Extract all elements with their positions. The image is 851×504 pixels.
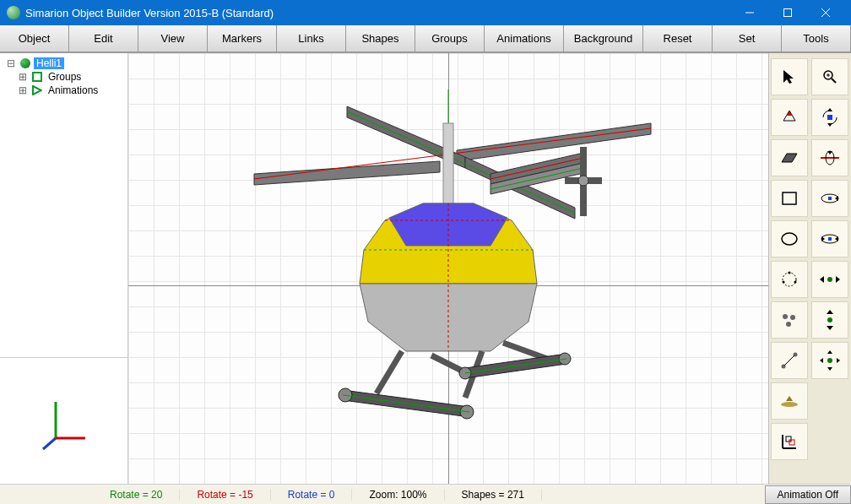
app-icon	[7, 6, 20, 19]
move-vert-icon	[824, 309, 836, 331]
align-icon	[779, 431, 800, 452]
rectangle-icon	[781, 191, 798, 206]
svg-marker-82	[827, 367, 832, 371]
menu-object[interactable]: Object	[0, 25, 69, 52]
tool-panel	[768, 53, 851, 484]
svg-marker-4	[33, 86, 41, 95]
tool-vertex-up[interactable]	[771, 99, 808, 136]
move-horiz-icon	[819, 274, 841, 285]
sphere-icon	[20, 58, 30, 68]
tool-plane[interactable]	[771, 139, 808, 176]
tool-ellipse[interactable]	[771, 220, 808, 257]
status-rotate-x: Rotate = 20	[93, 489, 180, 501]
menu-shapes[interactable]: Shapes	[346, 25, 415, 52]
svg-marker-51	[782, 154, 797, 162]
tool-polygon[interactable]	[771, 261, 808, 298]
tree-item-groups[interactable]: ⊞ Groups	[5, 70, 122, 84]
tool-line[interactable]	[771, 342, 808, 379]
menu-reset[interactable]: Reset	[643, 25, 713, 52]
svg-point-68	[827, 277, 832, 282]
rotate-x-icon	[819, 149, 841, 166]
tool-move-free[interactable]	[811, 342, 848, 379]
svg-marker-70	[836, 276, 840, 283]
svg-point-74	[827, 317, 832, 322]
menu-animations[interactable]: Animations	[485, 25, 564, 52]
menubar: ObjectEditViewMarkersLinksShapesGroupsAn…	[0, 25, 851, 53]
tool-align[interactable]	[771, 423, 808, 460]
window-titlebar: Simarion Object Builder Version 2015-B (…	[0, 0, 851, 25]
axis-gizmo-icon	[35, 392, 94, 451]
tree-root[interactable]: ⊟ Helli1	[5, 57, 122, 70]
axis-preview	[0, 357, 127, 484]
viewport-3d[interactable]	[128, 53, 768, 484]
tree-expander[interactable]: ⊞	[17, 71, 29, 83]
maximize-icon	[783, 8, 792, 17]
svg-marker-54	[827, 151, 832, 154]
tree-expander[interactable]: ⊟	[5, 57, 17, 69]
menu-markers[interactable]: Markers	[208, 25, 277, 52]
tree-root-label: Helli1	[34, 57, 64, 69]
tool-multi-point[interactable]	[771, 301, 808, 339]
tree-expander[interactable]: ⊞	[17, 84, 29, 96]
ellipse-icon	[780, 231, 799, 247]
line-icon	[780, 351, 799, 370]
svg-marker-84	[837, 358, 840, 363]
animation-toggle-button[interactable]: Animation Off	[765, 485, 851, 504]
menu-links[interactable]: Links	[277, 25, 346, 52]
menu-background[interactable]: Background	[564, 25, 643, 52]
play-icon	[32, 85, 42, 95]
svg-rect-48	[827, 115, 832, 120]
svg-marker-50	[827, 123, 832, 127]
menu-groups[interactable]: Groups	[415, 25, 485, 52]
tree-item-label: Animations	[46, 84, 100, 96]
tool-zoom[interactable]	[811, 58, 848, 95]
svg-line-29	[377, 351, 402, 393]
svg-point-67	[783, 281, 785, 284]
magnifier-icon	[821, 68, 838, 85]
status-zoom: Zoom: 100%	[352, 489, 444, 501]
tree-item-animations[interactable]: ⊞ Animations	[5, 84, 122, 97]
multi-point-icon	[780, 312, 799, 328]
svg-point-80	[827, 358, 832, 363]
menu-view[interactable]: View	[138, 25, 208, 52]
cursor-icon	[781, 68, 798, 85]
menu-set[interactable]: Set	[713, 25, 782, 52]
polygon-icon	[780, 270, 799, 289]
menu-tools[interactable]: Tools	[782, 25, 851, 52]
svg-line-43	[832, 79, 836, 83]
svg-marker-75	[827, 310, 833, 314]
svg-point-22	[578, 176, 588, 186]
tool-rotate-free[interactable]	[811, 99, 848, 136]
tool-ground[interactable]	[771, 382, 808, 420]
svg-marker-86	[786, 396, 793, 401]
svg-marker-63	[835, 236, 838, 241]
rotate-y-icon	[819, 189, 841, 208]
tool-cursor[interactable]	[771, 58, 808, 95]
plane-icon	[780, 150, 799, 165]
maximize-button[interactable]	[768, 0, 806, 25]
tool-move-vert[interactable]	[811, 301, 848, 339]
svg-marker-9	[254, 161, 440, 185]
menu-edit[interactable]: Edit	[69, 25, 138, 52]
close-button[interactable]	[806, 0, 844, 25]
svg-line-39	[343, 395, 469, 412]
svg-marker-58	[835, 196, 838, 201]
close-icon	[821, 8, 830, 17]
svg-rect-61	[828, 237, 832, 241]
svg-point-64	[783, 273, 796, 286]
svg-marker-10	[457, 123, 651, 161]
svg-marker-81	[827, 350, 832, 354]
tool-rotate-z[interactable]	[811, 220, 848, 257]
svg-point-85	[781, 402, 798, 407]
model-helicopter[interactable]	[212, 73, 685, 447]
minimize-button[interactable]	[730, 0, 768, 25]
svg-marker-49	[827, 108, 832, 111]
tool-rotate-y[interactable]	[811, 180, 848, 217]
svg-marker-62	[821, 236, 825, 241]
tool-move-horiz[interactable]	[811, 261, 848, 298]
tool-rotate-x[interactable]	[811, 139, 848, 176]
move-free-icon	[819, 350, 841, 371]
tool-rectangle[interactable]	[771, 180, 808, 217]
svg-point-72	[790, 315, 795, 320]
ground-icon	[779, 394, 800, 408]
